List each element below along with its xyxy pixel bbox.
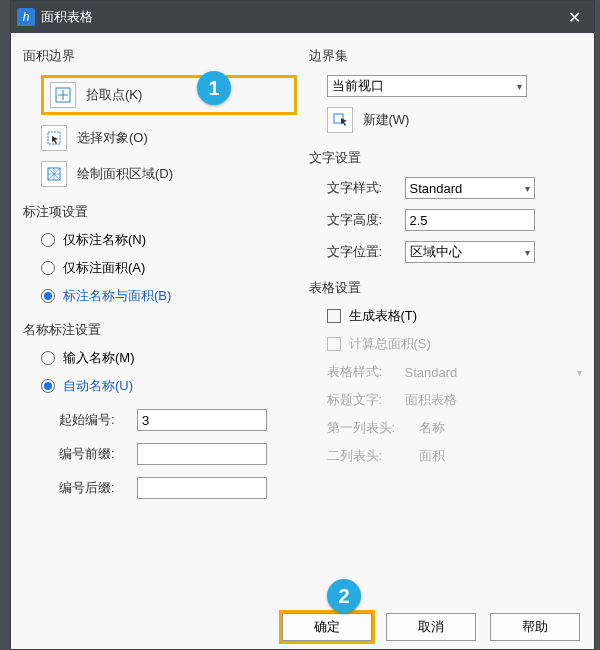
new-boundary-button[interactable]: 新建(W) xyxy=(327,107,583,133)
pick-point-highlight: 拾取点(K) xyxy=(41,75,297,115)
prefix-row: 编号前缀: xyxy=(59,443,297,465)
name-annot-group-label: 名称标注设置 xyxy=(23,321,297,339)
col2-row: 二列表头: 面积 xyxy=(327,447,583,465)
chevron-down-icon: ▾ xyxy=(525,183,530,194)
chevron-down-icon: ▾ xyxy=(525,247,530,258)
left-column: 面积边界 拾取点(K) 选择对象(O) xyxy=(23,37,297,609)
new-boundary-icon xyxy=(327,107,353,133)
text-style-row: 文字样式: Standard ▾ xyxy=(327,177,583,199)
col2-label: 二列表头: xyxy=(327,447,411,465)
callout-2: 2 xyxy=(327,579,361,613)
annotation-group-label: 标注项设置 xyxy=(23,203,297,221)
radio-only-area-label: 仅标注面积(A) xyxy=(63,259,145,277)
dialog-window: h 面积表格 ✕ 面积边界 拾取点(K) xyxy=(10,0,595,650)
table-settings-label: 表格设置 xyxy=(309,279,583,297)
suffix-row: 编号后缀: xyxy=(59,477,297,499)
text-pos-row: 文字位置: 区域中心 ▾ xyxy=(327,241,583,263)
title-text-value: 面积表格 xyxy=(405,391,457,409)
suffix-label: 编号后缀: xyxy=(59,479,129,497)
prefix-label: 编号前缀: xyxy=(59,445,129,463)
radio-icon xyxy=(41,379,55,393)
text-style-select[interactable]: Standard ▾ xyxy=(405,177,535,199)
radio-only-name-label: 仅标注名称(N) xyxy=(63,231,146,249)
boundary-group-label: 面积边界 xyxy=(23,47,297,65)
viewport-select[interactable]: 当前视口 ▾ xyxy=(327,75,527,97)
col2-value: 面积 xyxy=(419,447,445,465)
prefix-input[interactable] xyxy=(137,443,267,465)
radio-icon xyxy=(41,351,55,365)
col1-label: 第一列表头: xyxy=(327,419,411,437)
suffix-input[interactable] xyxy=(137,477,267,499)
table-style-label: 表格样式: xyxy=(327,363,397,381)
footer-buttons: 确定 取消 帮助 xyxy=(282,613,580,641)
col1-value: 名称 xyxy=(419,419,445,437)
gen-table-checkbox[interactable]: 生成表格(T) xyxy=(327,307,583,325)
radio-only-name[interactable]: 仅标注名称(N) xyxy=(41,231,297,249)
calc-total-label: 计算总面积(S) xyxy=(349,335,431,353)
radio-auto-name[interactable]: 自动名称(U) xyxy=(41,377,297,395)
title-text-row: 标题文字: 面积表格 xyxy=(327,391,583,409)
text-style-label: 文字样式: xyxy=(327,179,397,197)
radio-icon xyxy=(41,233,55,247)
col1-row: 第一列表头: 名称 xyxy=(327,419,583,437)
boundary-set-label: 边界集 xyxy=(309,47,583,65)
viewport-value: 当前视口 xyxy=(332,77,384,95)
chevron-down-icon: ▾ xyxy=(577,367,582,378)
title-text-label: 标题文字: xyxy=(327,391,397,409)
help-button[interactable]: 帮助 xyxy=(490,613,580,641)
radio-auto-name-label: 自动名称(U) xyxy=(63,377,133,395)
radio-input-name[interactable]: 输入名称(M) xyxy=(41,349,297,367)
text-height-row: 文字高度: xyxy=(327,209,583,231)
draw-area-icon xyxy=(41,161,67,187)
select-object-icon xyxy=(41,125,67,151)
callout-1: 1 xyxy=(197,71,231,105)
titlebar: h 面积表格 ✕ xyxy=(11,1,594,33)
pick-point-label: 拾取点(K) xyxy=(86,86,142,104)
checkbox-icon xyxy=(327,337,341,351)
draw-area-button[interactable]: 绘制面积区域(D) xyxy=(41,161,297,187)
radio-name-and-area[interactable]: 标注名称与面积(B) xyxy=(41,287,297,305)
checkbox-icon xyxy=(327,309,341,323)
gen-table-label: 生成表格(T) xyxy=(349,307,418,325)
close-icon[interactable]: ✕ xyxy=(560,8,588,27)
calc-total-checkbox: 计算总面积(S) xyxy=(327,335,583,353)
select-object-button[interactable]: 选择对象(O) xyxy=(41,125,297,151)
dialog-title: 面积表格 xyxy=(41,8,560,26)
text-settings-label: 文字设置 xyxy=(309,149,583,167)
app-logo-icon: h xyxy=(17,8,35,26)
right-column: 边界集 当前视口 ▾ 新建(W) 文字设置 文字样式: S xyxy=(309,37,583,609)
radio-icon xyxy=(41,261,55,275)
chevron-down-icon: ▾ xyxy=(517,81,522,92)
content-area: 面积边界 拾取点(K) 选择对象(O) xyxy=(11,33,594,609)
cancel-button[interactable]: 取消 xyxy=(386,613,476,641)
start-number-input[interactable] xyxy=(137,409,267,431)
radio-only-area[interactable]: 仅标注面积(A) xyxy=(41,259,297,277)
table-style-row: 表格样式: Standard ▾ xyxy=(327,363,583,381)
ok-button[interactable]: 确定 xyxy=(282,613,372,641)
radio-name-and-area-label: 标注名称与面积(B) xyxy=(63,287,171,305)
pick-point-button[interactable]: 拾取点(K) xyxy=(50,82,288,108)
start-number-row: 起始编号: xyxy=(59,409,297,431)
text-pos-select[interactable]: 区域中心 ▾ xyxy=(405,241,535,263)
table-style-value: Standard xyxy=(405,365,458,380)
radio-icon xyxy=(41,289,55,303)
new-boundary-label: 新建(W) xyxy=(363,111,410,129)
text-style-value: Standard xyxy=(410,181,463,196)
text-height-label: 文字高度: xyxy=(327,211,397,229)
text-height-input[interactable] xyxy=(405,209,535,231)
text-pos-value: 区域中心 xyxy=(410,243,462,261)
start-number-label: 起始编号: xyxy=(59,411,129,429)
radio-input-name-label: 输入名称(M) xyxy=(63,349,135,367)
draw-area-label: 绘制面积区域(D) xyxy=(77,165,173,183)
select-object-label: 选择对象(O) xyxy=(77,129,148,147)
text-pos-label: 文字位置: xyxy=(327,243,397,261)
pick-point-icon xyxy=(50,82,76,108)
